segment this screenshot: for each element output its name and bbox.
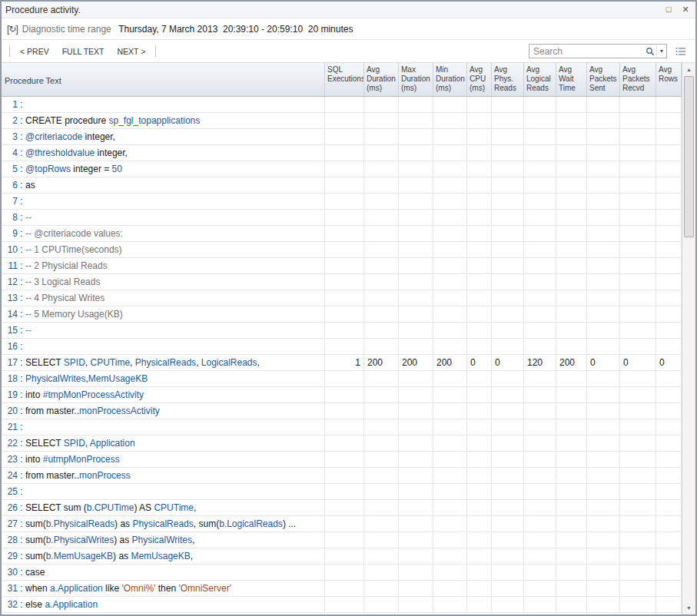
column-header-physreads[interactable]: Avg Phys. Reads <box>492 63 524 96</box>
table-row[interactable]: 9 : -- @criteriacode values: <box>2 226 682 242</box>
table-row[interactable]: 22 : SELECT SPID, Application <box>2 436 682 452</box>
table-row[interactable]: 10 : -- 1 CPUTime(seconds) <box>2 242 682 258</box>
column-header-label: Procedure Text <box>5 76 61 85</box>
maximize-button[interactable]: □ <box>662 5 675 15</box>
sql-text-segment: ) as <box>114 535 131 545</box>
line-number: 11 <box>5 258 18 273</box>
sql-text-segment: integer, <box>82 131 115 142</box>
column-header-logreads[interactable]: Avg Logical Reads <box>524 63 556 96</box>
table-row[interactable]: 25 : <box>2 484 682 500</box>
cell-physreads <box>492 500 524 515</box>
search-icon[interactable] <box>644 47 656 56</box>
line-number-colon: : <box>18 422 25 432</box>
table-row[interactable]: 8 : -- <box>2 210 682 226</box>
sql-text-segment: , <box>85 357 91 368</box>
cell-physreads <box>492 274 524 290</box>
cell-mindur <box>433 258 467 273</box>
cell-maxdur <box>399 145 433 161</box>
column-header-avgrows[interactable]: Avg Rows <box>656 63 682 96</box>
cell-avgdur <box>364 532 399 548</box>
close-button[interactable]: ✕ <box>679 5 692 15</box>
cell-exec <box>325 500 364 515</box>
cell-logreads <box>524 339 556 354</box>
table-row[interactable]: 1 : <box>2 97 682 113</box>
diagnostic-bar: [↻] Diagnostic time range Thursday, 7 Ma… <box>2 18 695 40</box>
sql-text-segment: , sum( <box>194 518 219 529</box>
table-row[interactable]: 4 : @thresholdvalue integer, <box>2 145 682 161</box>
sql-text-segment: monProcessActivity <box>79 406 160 416</box>
table-row[interactable]: 11 : -- 2 Physicial Reads <box>2 258 682 274</box>
table-row[interactable]: 29 : sum(b.MemUsageKB) as MemUsageKB, <box>2 548 682 565</box>
table-row[interactable]: 23 : into #utmpMonProcess <box>2 452 682 468</box>
cell-avgcpu <box>467 516 492 532</box>
column-header-proc[interactable]: Procedure Text <box>2 63 325 96</box>
column-header-mindur[interactable]: Min Duration (ms) <box>433 63 467 96</box>
table-row[interactable]: 6 : as <box>2 177 682 194</box>
table-row[interactable]: 5 : @topRows integer = 50 <box>2 161 682 177</box>
scroll-up-button[interactable]: ▲ <box>682 63 695 76</box>
full-text-button[interactable]: FULL TEXT <box>59 45 108 58</box>
table-row[interactable]: 3 : @criteriacode integer, <box>2 129 682 145</box>
table-row[interactable]: 2 : CREATE procedure sp_fgl_topapplicati… <box>2 113 682 129</box>
column-header-maxdur[interactable]: Max Duration (ms) <box>399 63 433 96</box>
line-number-colon: : <box>18 551 25 561</box>
table-row[interactable]: 30 : case <box>2 565 682 581</box>
titlebar[interactable]: Procedure activity. □ ✕ <box>2 2 695 18</box>
scroll-down-button[interactable]: ▼ <box>682 601 695 614</box>
cell-avgdur <box>364 145 399 161</box>
line-number: 28 <box>5 532 18 548</box>
cell-avgdur <box>364 500 399 515</box>
cell-exec <box>325 258 364 273</box>
cell-avgdur <box>364 581 399 596</box>
cell-mindur <box>433 145 467 161</box>
cell-mindur <box>433 581 467 596</box>
table-row[interactable]: 16 : <box>2 339 682 355</box>
cell-waittime <box>556 210 587 225</box>
column-header-waittime[interactable]: Avg Wait Time <box>556 63 587 96</box>
view-options-icon[interactable] <box>674 46 688 57</box>
table-row[interactable]: 18 : PhysicalWrites,MemUsageKB <box>2 371 682 387</box>
next-button[interactable]: NEXT > <box>115 45 149 58</box>
table-row[interactable]: 15 : -- <box>2 323 682 339</box>
cell-avgdur <box>364 97 399 112</box>
column-header-pktrecvd[interactable]: Avg Packets Recvd <box>620 63 656 96</box>
table-row[interactable]: 21 : <box>2 419 682 436</box>
procedure-text-cell: 22 : SELECT SPID, Application <box>2 436 325 451</box>
table-row[interactable]: 31 : when a.Application like 'Omni%' the… <box>2 581 682 597</box>
cell-avgrows <box>656 97 682 112</box>
column-header-avgdur[interactable]: Avg Duration (ms) <box>364 63 399 96</box>
table-row[interactable]: 12 : -- 3 Logical Reads <box>2 274 682 290</box>
cell-avgrows <box>656 484 682 499</box>
prev-button[interactable]: < PREV <box>17 45 52 58</box>
table-row[interactable]: 7 : <box>2 194 682 210</box>
sql-text-segment: when <box>25 583 50 594</box>
table-row[interactable]: 24 : from master..monProcess <box>2 468 682 484</box>
table-row[interactable]: 27 : sum(b.PhysicalReads) as PhysicalRea… <box>2 516 682 532</box>
procedure-text-cell: 28 : sum(b.PhysicalWrites) as PhysicalWr… <box>2 532 325 548</box>
table-row[interactable]: 26 : SELECT sum (b.CPUTime) AS CPUTime, <box>2 500 682 516</box>
line-number: 23 <box>5 452 18 467</box>
search-input[interactable] <box>533 46 644 57</box>
sql-text-segment: integer = <box>71 164 112 174</box>
column-header-label: Avg CPU (ms) <box>470 65 486 92</box>
column-header-avgcpu[interactable]: Avg CPU (ms) <box>467 63 492 96</box>
column-header-pktsent[interactable]: Avg Packets Sent <box>587 63 620 96</box>
table-row[interactable]: 28 : sum(b.PhysicalWrites) as PhysicalWr… <box>2 532 682 548</box>
cell-logreads <box>524 129 556 144</box>
cell-logreads <box>524 371 556 386</box>
scrollbar-thumb[interactable] <box>684 76 694 237</box>
cell-avgdur <box>364 194 399 209</box>
search-box[interactable]: ▾ <box>529 44 667 58</box>
table-row[interactable]: 19 : into #tmpMonProcessActivity <box>2 387 682 403</box>
table-row[interactable]: 14 : -- 5 Memory Usage(KB) <box>2 306 682 323</box>
table-row[interactable]: 17 : SELECT SPID, CPUTime, PhysicalReads… <box>2 355 682 371</box>
table-row[interactable]: 32 : else a.Application <box>2 597 682 613</box>
cell-exec <box>325 129 364 144</box>
search-dropdown-arrow-icon[interactable]: ▾ <box>656 45 666 57</box>
column-header-exec[interactable]: SQL Executions <box>325 63 364 96</box>
line-number: 20 <box>5 403 18 419</box>
cell-pktrecvd <box>620 113 656 128</box>
table-row[interactable]: 13 : -- 4 Physical Writes <box>2 290 682 306</box>
table-row[interactable]: 20 : from master..monProcessActivity <box>2 403 682 419</box>
vertical-scrollbar[interactable]: ▲ ▼ <box>682 63 695 614</box>
